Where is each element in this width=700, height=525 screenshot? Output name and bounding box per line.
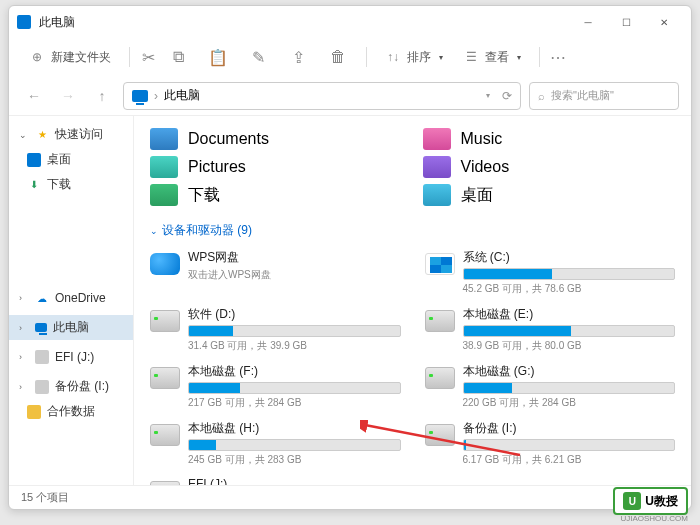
- drive-item[interactable]: 本地磁盘 (G:)220 GB 可用，共 284 GB: [425, 363, 676, 410]
- drive-name: EFI (J:): [188, 477, 401, 485]
- sidebar: ⌄★快速访问 桌面 ⬇下载 ›☁OneDrive ›此电脑 ›EFI (J:) …: [9, 116, 134, 485]
- chevron-down-icon[interactable]: ▾: [486, 91, 490, 100]
- close-button[interactable]: ✕: [645, 8, 683, 36]
- folder-label: 下载: [188, 185, 220, 206]
- drive-capacity-text: 31.4 GB 可用，共 39.9 GB: [188, 339, 401, 353]
- drive-item[interactable]: 系统 (C:)45.2 GB 可用，共 78.6 GB: [425, 249, 676, 296]
- watermark-icon: U: [623, 492, 641, 510]
- drive-item[interactable]: EFI (J:)109 MB 可用，共 449 MB: [150, 477, 401, 485]
- refresh-icon[interactable]: ⟳: [502, 89, 512, 103]
- file-explorer-window: 此电脑 ─ ☐ ✕ ⊕ 新建文件夹 ✂ ⧉ 📋 ✎ ⇪ 🗑 ↑↓ 排序▾ ☰ 查…: [8, 5, 692, 510]
- sidebar-efi[interactable]: ›EFI (J:): [9, 346, 133, 368]
- sidebar-downloads[interactable]: ⬇下载: [9, 172, 133, 197]
- sidebar-onedrive[interactable]: ›☁OneDrive: [9, 287, 133, 309]
- drive-icon: [150, 367, 180, 389]
- drive-capacity-text: 220 GB 可用，共 284 GB: [463, 396, 676, 410]
- drive-item[interactable]: 软件 (D:)31.4 GB 可用，共 39.9 GB: [150, 306, 401, 353]
- maximize-button[interactable]: ☐: [607, 8, 645, 36]
- folder-item[interactable]: 桌面: [423, 184, 676, 206]
- drive-name: WPS网盘: [188, 249, 401, 266]
- search-placeholder: 搜索"此电脑": [551, 88, 614, 103]
- drive-item[interactable]: 本地磁盘 (F:)217 GB 可用，共 284 GB: [150, 363, 401, 410]
- folder-item[interactable]: Pictures: [150, 156, 403, 178]
- address-path: 此电脑: [164, 87, 200, 104]
- address-bar[interactable]: › 此电脑 ▾ ⟳: [123, 82, 521, 110]
- drive-capacity-bar: [188, 325, 401, 337]
- folder-icon: [150, 128, 178, 150]
- window-title: 此电脑: [39, 14, 75, 31]
- rename-icon[interactable]: ✎: [250, 49, 266, 65]
- back-button[interactable]: ←: [21, 83, 47, 109]
- pc-icon: [132, 90, 148, 102]
- drive-icon: [150, 310, 180, 332]
- drive-name: 本地磁盘 (G:): [463, 363, 676, 380]
- search-input[interactable]: ⌕ 搜索"此电脑": [529, 82, 679, 110]
- folder-icon: [150, 184, 178, 206]
- watermark-url: UJIAOSHOU.COM: [620, 514, 688, 523]
- drive-capacity-bar: [463, 325, 676, 337]
- folder-icon: [423, 156, 451, 178]
- copy-icon[interactable]: ⧉: [170, 49, 186, 65]
- drive-item[interactable]: WPS网盘双击进入WPS网盘: [150, 249, 401, 296]
- drive-item[interactable]: 本地磁盘 (E:)38.9 GB 可用，共 80.0 GB: [425, 306, 676, 353]
- folder-label: Videos: [461, 158, 510, 176]
- forward-button[interactable]: →: [55, 83, 81, 109]
- folder-item[interactable]: Videos: [423, 156, 676, 178]
- sidebar-coop[interactable]: 合作数据: [9, 399, 133, 424]
- folder-item[interactable]: 下载: [150, 184, 403, 206]
- paste-icon[interactable]: 📋: [210, 49, 226, 65]
- watermark-badge: U U教授: [613, 487, 688, 515]
- folder-item[interactable]: Documents: [150, 128, 403, 150]
- drive-capacity-bar: [463, 382, 676, 394]
- delete-icon[interactable]: 🗑: [330, 49, 346, 65]
- user-folders: DocumentsMusicPicturesVideos下载桌面: [150, 128, 675, 206]
- drive-icon: [425, 367, 455, 389]
- view-icon: ☰: [463, 49, 479, 65]
- statusbar: 15 个项目: [9, 485, 691, 509]
- devices-header[interactable]: ⌄设备和驱动器 (9): [150, 222, 675, 239]
- sidebar-thispc[interactable]: ›此电脑: [9, 315, 133, 340]
- toolbar: ⊕ 新建文件夹 ✂ ⧉ 📋 ✎ ⇪ 🗑 ↑↓ 排序▾ ☰ 查看▾ ⋯: [9, 38, 691, 76]
- titlebar: 此电脑 ─ ☐ ✕: [9, 6, 691, 38]
- drive-icon: [425, 253, 455, 275]
- drive-icon: [150, 253, 180, 275]
- drive-icon: [425, 310, 455, 332]
- more-icon[interactable]: ⋯: [550, 49, 566, 65]
- item-count: 15 个项目: [21, 490, 69, 505]
- drive-capacity-text: 45.2 GB 可用，共 78.6 GB: [463, 282, 676, 296]
- drive-subtitle: 双击进入WPS网盘: [188, 268, 401, 282]
- sidebar-backup[interactable]: ›备份盘 (I:): [9, 374, 133, 399]
- folder-label: 桌面: [461, 185, 493, 206]
- drive-capacity-bar: [463, 268, 676, 280]
- folder-icon: [150, 156, 178, 178]
- view-button[interactable]: ☰ 查看▾: [455, 45, 529, 70]
- sort-icon: ↑↓: [385, 49, 401, 65]
- sidebar-desktop[interactable]: 桌面: [9, 147, 133, 172]
- address-row: ← → ↑ › 此电脑 ▾ ⟳ ⌕ 搜索"此电脑": [9, 76, 691, 116]
- drive-capacity-text: 217 GB 可用，共 284 GB: [188, 396, 401, 410]
- folder-icon: [423, 184, 451, 206]
- drive-capacity-bar: [188, 382, 401, 394]
- drive-capacity-text: 38.9 GB 可用，共 80.0 GB: [463, 339, 676, 353]
- sort-button[interactable]: ↑↓ 排序▾: [377, 45, 451, 70]
- up-button[interactable]: ↑: [89, 83, 115, 109]
- share-icon[interactable]: ⇪: [290, 49, 306, 65]
- sidebar-quick-access[interactable]: ⌄★快速访问: [9, 122, 133, 147]
- folder-label: Documents: [188, 130, 269, 148]
- app-icon: [17, 15, 31, 29]
- svg-line-0: [365, 425, 520, 455]
- drive-icon: [150, 424, 180, 446]
- folder-label: Pictures: [188, 158, 246, 176]
- new-folder-button[interactable]: ⊕ 新建文件夹: [21, 45, 119, 70]
- folder-item[interactable]: Music: [423, 128, 676, 150]
- drive-name: 本地磁盘 (E:): [463, 306, 676, 323]
- minimize-button[interactable]: ─: [569, 8, 607, 36]
- drive-name: 本地磁盘 (F:): [188, 363, 401, 380]
- annotation-arrow: [360, 420, 530, 460]
- cut-icon[interactable]: ✂: [140, 49, 156, 65]
- drive-name: 软件 (D:): [188, 306, 401, 323]
- drive-icon: [150, 481, 180, 485]
- drive-name: 系统 (C:): [463, 249, 676, 266]
- search-icon: ⌕: [538, 90, 545, 102]
- new-folder-icon: ⊕: [29, 49, 45, 65]
